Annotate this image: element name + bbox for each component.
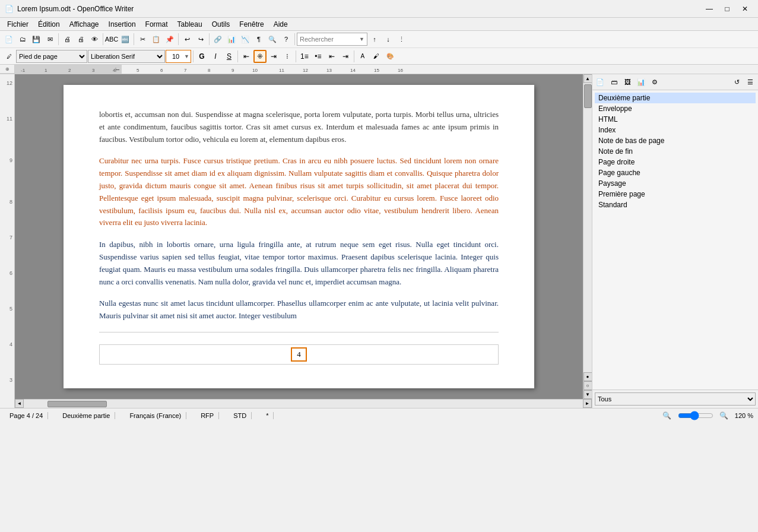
underline-button[interactable]: S <box>223 50 236 63</box>
style-item-standard[interactable]: Standard <box>595 200 756 210</box>
separator-f3 <box>296 50 296 62</box>
zoom-slider[interactable] <box>678 411 713 420</box>
close-button[interactable]: ✕ <box>737 3 753 15</box>
font-size-input[interactable] <box>167 53 184 60</box>
bg-color-button[interactable]: 🎨 <box>383 50 397 63</box>
scroll-page-down-button[interactable]: ○ <box>583 381 592 390</box>
search-prev-button[interactable]: ↑ <box>368 33 381 46</box>
search-box[interactable]: ▼ <box>297 33 367 46</box>
svg-text:10: 10 <box>252 68 258 73</box>
style-item-page-gauche[interactable]: Page gauche <box>595 167 756 178</box>
rp-refresh-icon[interactable]: ↺ <box>730 75 743 88</box>
styles-filter-dropdown[interactable]: Tous <box>595 392 756 406</box>
zoom-controls: 🔍 🔍 120 % <box>659 410 753 422</box>
style-item-deuxieme[interactable]: Deuxième partie <box>595 93 756 103</box>
font-size-box[interactable]: ▼ <box>166 50 191 63</box>
search-input[interactable] <box>300 36 359 43</box>
svg-text:8: 8 <box>208 68 211 73</box>
menu-affichage[interactable]: Affichage <box>65 19 104 30</box>
paste-button[interactable]: 📌 <box>163 33 176 46</box>
style-item-html[interactable]: HTML <box>595 114 756 125</box>
tb-btn-7[interactable]: 👁 <box>88 33 101 46</box>
tb-btn-4[interactable]: ✉ <box>43 33 56 46</box>
rp-data-icon[interactable]: 📊 <box>635 75 648 88</box>
zoom-out-button[interactable]: 🔍 <box>659 410 675 422</box>
rp-settings-icon[interactable]: ⚙ <box>648 75 661 88</box>
search-next-button[interactable]: ↓ <box>382 33 395 46</box>
paragraph-4: Nulla egestas nunc sit amet lacus tincid… <box>99 297 499 322</box>
scroll-down-button[interactable]: ▼ <box>583 390 592 399</box>
tb-btn-5[interactable]: 🖨 <box>61 33 74 46</box>
maximize-button[interactable]: □ <box>719 3 735 15</box>
style-item-paysage[interactable]: Paysage <box>595 178 756 189</box>
bold-button[interactable]: G <box>195 50 208 63</box>
help-button[interactable]: ? <box>280 33 293 46</box>
hscroll-left-button[interactable]: ◄ <box>15 399 24 408</box>
menu-insertion[interactable]: Insertion <box>104 19 141 30</box>
zoom-in-button[interactable]: 🔍 <box>716 410 732 422</box>
align-center-button[interactable]: ⁜ <box>253 50 267 63</box>
minimize-button[interactable]: — <box>701 3 718 15</box>
indent-less-button[interactable]: ⇤ <box>325 50 338 63</box>
list-ol-button[interactable]: 1≡ <box>298 50 311 63</box>
spellcheck-button[interactable]: ABC <box>105 33 118 46</box>
rp-styles-icon[interactable]: 📄 <box>594 75 607 88</box>
tb-extra[interactable]: ⋮ <box>395 33 408 46</box>
rp-gallery-icon[interactable]: 🗃 <box>607 75 620 88</box>
tb-btn-14[interactable]: ↪ <box>194 33 207 46</box>
toolbar2: 🖊 Pied de page Liberation Serif ▼ G I S … <box>0 48 758 64</box>
copy-button[interactable]: 📋 <box>150 33 163 46</box>
hscroll-right-button[interactable]: ► <box>583 399 592 408</box>
list-ul-button[interactable]: •≡ <box>312 50 325 63</box>
find-button[interactable]: 🔍 <box>266 33 279 46</box>
menu-format[interactable]: Format <box>141 19 173 30</box>
style-item-page-droite[interactable]: Page droite <box>595 157 756 167</box>
vertical-scrollbar[interactable]: ▲ ● ○ ▼ <box>583 74 592 399</box>
tb-btn-15[interactable]: 🔗 <box>211 33 224 46</box>
horizontal-scrollbar[interactable]: ◄ ► <box>15 399 592 408</box>
tb-btn-9[interactable]: 🔤 <box>119 33 132 46</box>
scroll-up-button[interactable]: ▲ <box>583 74 592 83</box>
style-item-premiere-page[interactable]: Première page <box>595 189 756 200</box>
menu-fenetre[interactable]: Fenêtre <box>234 19 268 30</box>
italic-button[interactable]: I <box>209 50 222 63</box>
style-item-note-fin[interactable]: Note de fin <box>595 146 756 157</box>
tb-btn-13[interactable]: ↩ <box>180 33 194 46</box>
menu-edition[interactable]: Édition <box>33 19 65 30</box>
tb-btn-18[interactable]: ¶ <box>252 33 265 46</box>
tb-btn-16[interactable]: 📊 <box>225 33 238 46</box>
toolbar-area: 📄 🗂 💾 ✉ 🖨 🖨 👁 ABC 🔤 ✂ 📋 📌 ↩ ↪ 🔗 📊 📉 ¶ 🔍 … <box>0 31 758 65</box>
status-star: * <box>261 412 274 419</box>
new-button[interactable]: 📄 <box>2 33 15 46</box>
indent-more-button[interactable]: ⇥ <box>339 50 352 63</box>
highlight-button[interactable]: 🖌 <box>370 50 383 63</box>
hscroll-thumb[interactable] <box>47 401 107 407</box>
menu-fichier[interactable]: Fichier <box>2 19 33 30</box>
align-left-button[interactable]: ⇤ <box>240 50 253 63</box>
style-icon-btn[interactable]: 🖊 <box>2 50 15 63</box>
rp-graphic-icon[interactable]: 🖼 <box>621 75 634 88</box>
scroll-page-up-button[interactable]: ● <box>583 372 592 381</box>
hscroll-track[interactable] <box>24 400 583 408</box>
menu-outils[interactable]: Outils <box>207 19 235 30</box>
style-dropdown[interactable]: Pied de page <box>16 50 87 63</box>
style-item-enveloppe[interactable]: Enveloppe <box>595 103 756 114</box>
align-right-button[interactable]: ⇥ <box>267 50 280 63</box>
rp-menu-icon[interactable]: ☰ <box>744 75 757 88</box>
menu-tableau[interactable]: Tableau <box>173 19 207 30</box>
svg-text:-1: -1 <box>21 68 26 73</box>
scroll-thumb[interactable] <box>584 84 592 108</box>
style-item-note-bas[interactable]: Note de bas de page <box>595 135 756 146</box>
tb-btn-17[interactable]: 📉 <box>239 33 252 46</box>
menu-aide[interactable]: Aide <box>269 19 293 30</box>
cut-button[interactable]: ✂ <box>136 33 149 46</box>
scroll-track[interactable] <box>583 83 592 372</box>
tb-btn-6[interactable]: 🖨 <box>74 33 87 46</box>
font-color-button[interactable]: A <box>356 50 369 63</box>
margin-5: 5 <box>9 306 12 312</box>
style-item-index[interactable]: Index <box>595 125 756 135</box>
font-dropdown[interactable]: Liberation Serif <box>88 50 165 63</box>
save-button[interactable]: 💾 <box>30 33 43 46</box>
tb-btn-2[interactable]: 🗂 <box>16 33 29 46</box>
align-justify-button[interactable]: ⁝ <box>281 50 294 63</box>
